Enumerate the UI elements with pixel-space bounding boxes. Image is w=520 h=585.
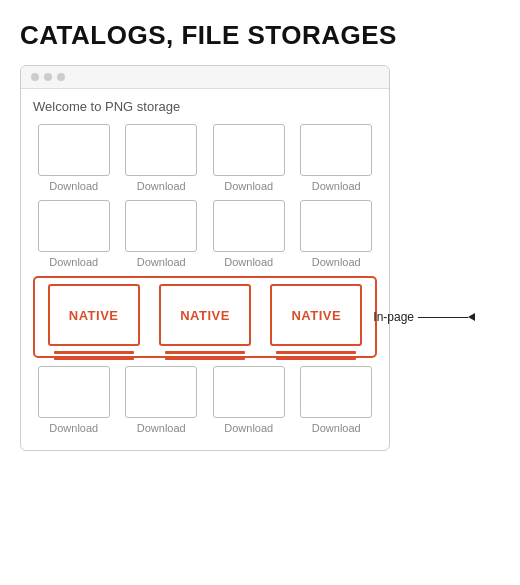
native-label: NATIVE <box>291 308 341 323</box>
list-item: Download <box>296 200 378 268</box>
native-item-3: NATIVE <box>264 284 369 346</box>
file-thumbnail <box>213 200 285 252</box>
file-download-label: Download <box>49 256 98 268</box>
file-thumbnail <box>213 366 285 418</box>
native-item-1: NATIVE <box>41 284 146 346</box>
browser-dot-1 <box>31 73 39 81</box>
file-download-label: Download <box>137 422 186 434</box>
list-item: Download <box>296 366 378 434</box>
list-item: Download <box>208 124 290 192</box>
file-download-label: Download <box>312 256 361 268</box>
list-item: Download <box>33 124 115 192</box>
file-download-label: Download <box>49 180 98 192</box>
file-thumbnail <box>213 124 285 176</box>
native-thumb-underline <box>54 357 134 360</box>
native-label: NATIVE <box>180 308 230 323</box>
file-download-label: Download <box>224 256 273 268</box>
in-page-annotation: In-page <box>369 310 475 324</box>
file-thumbnail <box>300 124 372 176</box>
file-download-label: Download <box>312 422 361 434</box>
list-item: Download <box>33 200 115 268</box>
browser-content: Welcome to PNG storage Download Download… <box>21 89 389 440</box>
file-grid-row1: Download Download Download Download <box>33 124 377 192</box>
browser-dot-3 <box>57 73 65 81</box>
list-item: Download <box>208 200 290 268</box>
native-thumbnail: NATIVE <box>159 284 251 346</box>
native-label: NATIVE <box>69 308 119 323</box>
list-item: Download <box>121 124 203 192</box>
browser-welcome-text: Welcome to PNG storage <box>33 99 377 114</box>
native-thumb-underline <box>276 357 356 360</box>
file-download-label: Download <box>137 180 186 192</box>
browser-window: Welcome to PNG storage Download Download… <box>20 65 390 451</box>
browser-dot-2 <box>44 73 52 81</box>
file-grid-row2: Download Download Download Download <box>33 200 377 268</box>
page-container: CATALOGS, FILE STORAGES Welcome to PNG s… <box>0 0 520 461</box>
file-thumbnail <box>300 200 372 252</box>
browser-titlebar <box>21 66 389 89</box>
file-thumbnail <box>38 200 110 252</box>
native-row-wrapper: NATIVE NATIVE NATIVE <box>33 276 377 358</box>
native-item-2: NATIVE <box>152 284 257 346</box>
annotation-text: In-page <box>373 310 414 324</box>
file-download-label: Download <box>312 180 361 192</box>
list-item: Download <box>121 366 203 434</box>
file-thumbnail <box>125 124 197 176</box>
list-item: Download <box>121 200 203 268</box>
file-download-label: Download <box>224 422 273 434</box>
file-download-label: Download <box>137 256 186 268</box>
file-grid-row4: Download Download Download Download <box>33 366 377 434</box>
list-item: Download <box>208 366 290 434</box>
list-item: Download <box>296 124 378 192</box>
native-thumb-underline <box>165 357 245 360</box>
page-title: CATALOGS, FILE STORAGES <box>20 20 397 51</box>
native-thumbnail: NATIVE <box>48 284 140 346</box>
file-thumbnail <box>38 124 110 176</box>
list-item: Download <box>33 366 115 434</box>
native-grid: NATIVE NATIVE NATIVE <box>41 284 369 346</box>
file-thumbnail <box>300 366 372 418</box>
file-thumbnail <box>38 366 110 418</box>
file-thumbnail <box>125 366 197 418</box>
file-download-label: Download <box>49 422 98 434</box>
file-thumbnail <box>125 200 197 252</box>
native-thumbnail: NATIVE <box>270 284 362 346</box>
file-download-label: Download <box>224 180 273 192</box>
